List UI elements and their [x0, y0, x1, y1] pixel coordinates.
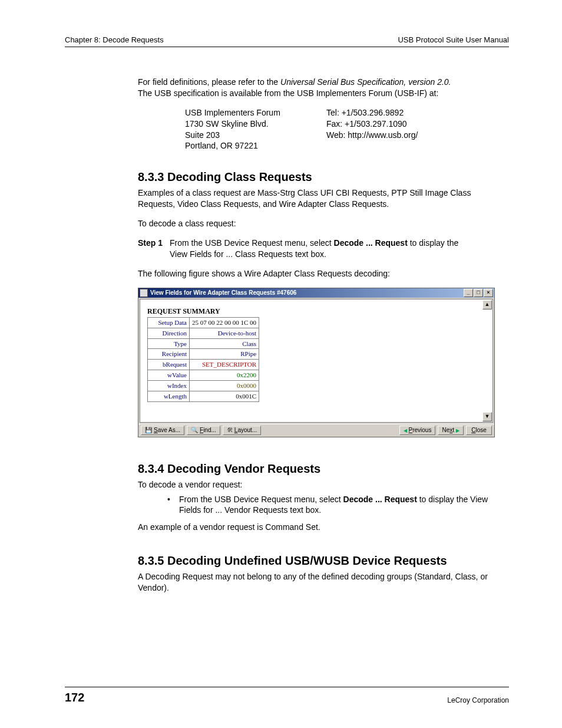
s833-p3: The following figure shows a Wire Adapte… — [138, 268, 509, 279]
s834-p2: An example of a vendor request is Comman… — [138, 522, 509, 533]
row-key: wIndex — [148, 380, 190, 391]
row-key: bRequest — [148, 360, 190, 370]
header-chapter: Chapter 8: Decode Requests — [65, 35, 164, 44]
addr-city: Portland, OR 97221 — [185, 141, 258, 150]
button-bar: 💾Save As... 🔍Find... 🛠Layout... Previous… — [138, 424, 494, 437]
next-button[interactable]: Next — [438, 426, 464, 435]
body-content: For field definitions, please refer to t… — [138, 77, 509, 594]
bullet-item: • From the USB Device Request menu, sele… — [167, 494, 509, 516]
row-value: Device-to-host — [190, 328, 259, 338]
request-summary-table: Setup Data25 07 00 22 00 00 1C 00 Direct… — [147, 317, 259, 402]
row-key: wValue — [148, 370, 190, 381]
row-key: Type — [148, 338, 190, 349]
step-1: Step 1From the USB Device Request menu, … — [138, 238, 509, 260]
s833-p1: Examples of a class request are Mass-Str… — [138, 187, 509, 210]
addr-web: Web: http://www.usb.org/ — [326, 130, 418, 140]
section-heading-835: 8.3.5 Decoding Undefined USB/WUSB Device… — [138, 553, 509, 569]
intro-paragraph: For field definitions, please refer to t… — [138, 77, 509, 99]
disk-icon: 💾 — [145, 427, 152, 433]
row-key: Recipient — [148, 349, 190, 360]
page-header: Chapter 8: Decode Requests USB Protocol … — [65, 35, 509, 47]
window-title: View Fields for Wire Adapter Class Reque… — [150, 289, 464, 297]
request-summary-heading: REQUEST SUMMARY — [147, 307, 488, 316]
minimize-icon[interactable]: _ — [464, 289, 473, 297]
addr-fax: Fax: +1/503.297.1090 — [326, 119, 407, 129]
close-button[interactable]: Close — [466, 426, 492, 435]
table-row: DirectionDevice-to-host — [148, 328, 259, 338]
section-heading-833: 8.3.3 Decoding Class Requests — [138, 169, 509, 185]
binoculars-icon: 🔍 — [191, 427, 198, 433]
page-footer: 172 LeCroy Corporation — [65, 687, 509, 704]
find-button[interactable]: 🔍Find... — [187, 426, 220, 435]
row-value: 0x001C — [190, 391, 259, 401]
app-icon — [140, 289, 148, 297]
table-row: TypeClass — [148, 338, 259, 349]
intro-text-2: The USB specification is available from … — [138, 88, 438, 98]
row-value: 0x2200 — [190, 370, 259, 381]
table-row: Setup Data25 07 00 22 00 00 1C 00 — [148, 317, 259, 328]
header-manual: USB Protocol Suite User Manual — [398, 35, 509, 44]
s835-p1: A Decoding Request may not belong to any… — [138, 571, 509, 594]
layout-icon: 🛠 — [227, 427, 233, 433]
addr-org: USB Implementers Forum — [185, 108, 280, 117]
row-value: RPipe — [190, 349, 259, 360]
row-key: Setup Data — [148, 317, 190, 328]
addr-street: 1730 SW Skyline Blvd. — [185, 119, 269, 129]
titlebar[interactable]: View Fields for Wire Adapter Class Reque… — [138, 288, 494, 298]
table-row: wLength0x001C — [148, 391, 259, 401]
address-block: USB Implementers Forum 1730 SW Skyline B… — [185, 107, 509, 152]
scroll-down-icon[interactable]: ▼ — [482, 412, 492, 421]
bullet-icon: • — [167, 494, 179, 516]
step-text-b: Decode ... Request — [334, 238, 408, 248]
addr-suite: Suite 203 — [185, 130, 220, 140]
arrow-right-icon — [456, 427, 459, 433]
s834-p1: To decode a vendor request: — [138, 479, 509, 490]
s833-p2: To decode a class request: — [138, 218, 509, 229]
app-body: ▲ REQUEST SUMMARY Setup Data25 07 00 22 … — [140, 299, 493, 423]
row-value: SET_DESCRIPTOR — [190, 360, 259, 370]
address-column-1: USB Implementers Forum 1730 SW Skyline B… — [185, 107, 326, 152]
layout-button[interactable]: 🛠Layout... — [223, 426, 261, 435]
addr-tel: Tel: +1/503.296.9892 — [326, 108, 404, 117]
row-value: 0x0000 — [190, 380, 259, 391]
intro-text-1a: For field definitions, please refer to t… — [138, 77, 280, 87]
step-text-a: From the USB Device Request menu, select — [170, 238, 334, 248]
row-value: 25 07 00 22 00 00 1C 00 — [190, 317, 259, 328]
scroll-up-icon[interactable]: ▲ — [482, 300, 492, 309]
row-value: Class — [190, 338, 259, 349]
bullet-text-b: Decode ... Request — [343, 495, 417, 504]
table-row: bRequestSET_DESCRIPTOR — [148, 360, 259, 370]
step-text-cont: View Fields for ... Class Requests text … — [170, 249, 509, 260]
address-column-2: Tel: +1/503.296.9892 Fax: +1/503.297.109… — [326, 107, 418, 152]
close-icon[interactable]: × — [484, 289, 493, 297]
section-heading-834: 8.3.4 Decoding Vendor Requests — [138, 461, 509, 477]
table-row: RecipientRPipe — [148, 349, 259, 360]
step-label: Step 1 — [138, 238, 170, 249]
bullet-text-a: From the USB Device Request menu, select — [179, 495, 343, 504]
app-window: View Fields for Wire Adapter Class Reque… — [138, 288, 495, 437]
footer-corporation: LeCroy Corporation — [447, 696, 509, 704]
page-number: 172 — [65, 691, 84, 704]
step-text-c-inline: to display the — [408, 238, 458, 248]
intro-spec-title: Universal Serial Bus Specification, vers… — [280, 77, 451, 87]
save-as-button[interactable]: 💾Save As... — [141, 426, 184, 435]
row-key: Direction — [148, 328, 190, 338]
table-row: wIndex0x0000 — [148, 380, 259, 391]
row-key: wLength — [148, 391, 190, 401]
maximize-icon[interactable]: □ — [474, 289, 483, 297]
table-row: wValue0x2200 — [148, 370, 259, 381]
bullet-text: From the USB Device Request menu, select… — [179, 494, 509, 516]
arrow-left-icon — [404, 427, 407, 433]
previous-button[interactable]: Previous — [399, 426, 436, 435]
